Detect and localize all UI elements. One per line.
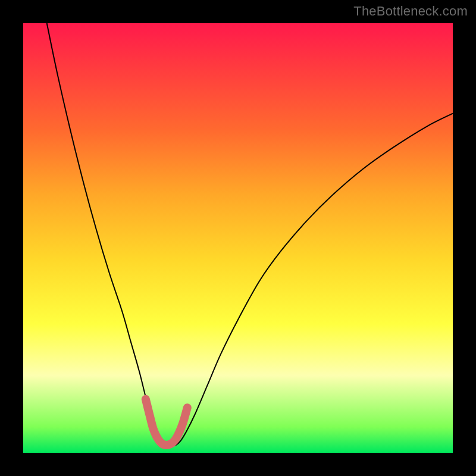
black-curve-path bbox=[47, 23, 453, 446]
chart-container: TheBottleneck.com bbox=[0, 0, 476, 476]
plot-area bbox=[23, 23, 453, 453]
chart-curves bbox=[23, 23, 453, 453]
watermark-text: TheBottleneck.com bbox=[353, 4, 468, 19]
pink-marker-path bbox=[146, 399, 187, 445]
